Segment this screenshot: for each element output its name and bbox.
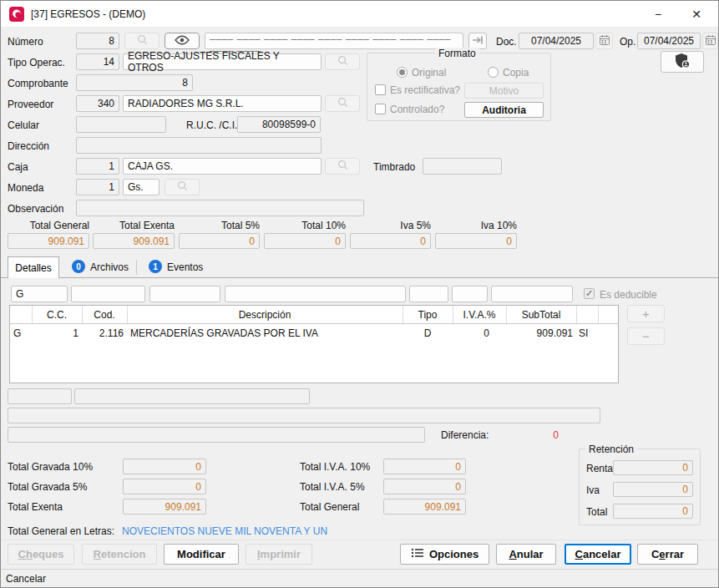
filter-cc-field[interactable]	[71, 286, 145, 302]
caja-code-field[interactable]: 1	[76, 158, 119, 175]
tipo-operac-label: Tipo Operac.	[8, 57, 65, 68]
tipo-operac-search-button[interactable]	[325, 53, 360, 70]
filter-descripcion-field[interactable]	[225, 286, 406, 302]
timbrado-label: Timbrado	[373, 161, 415, 173]
grid-header-tipo[interactable]: Tipo	[403, 309, 453, 321]
formato-title: Formato	[435, 48, 479, 59]
total-gravada5-label: Total Gravada 5%	[8, 481, 87, 493]
filter-subtotal-field[interactable]	[491, 286, 573, 302]
comprobante-label: Comprobante	[8, 78, 68, 89]
doc-date-label: Doc.	[496, 36, 517, 48]
proveedor-search-button[interactable]	[325, 95, 360, 112]
controlado-checkbox[interactable]	[375, 104, 386, 114]
total-5-strip-value: 0	[179, 233, 260, 249]
title-bar: [37] EGRESOS - (DEMO) − ✕	[1, 1, 718, 28]
detail-code-field[interactable]	[8, 388, 72, 404]
preview-button[interactable]	[165, 33, 200, 49]
proveedor-code-field[interactable]: 340	[76, 95, 119, 112]
moneda-name-field[interactable]: Gs.	[123, 179, 159, 195]
moneda-label: Moneda	[8, 182, 43, 194]
total-10-strip-value: 0	[264, 233, 346, 249]
total-iva10-label: Total I.V.A. 10%	[300, 461, 370, 473]
op-calendar-button[interactable]	[702, 33, 718, 49]
direccion-field[interactable]	[76, 137, 322, 154]
tab-detalles[interactable]: Detalles	[8, 256, 59, 278]
proveedor-name-field[interactable]: RADIADORES MG S.R.L.	[123, 95, 322, 112]
close-button[interactable]: ✕	[680, 1, 713, 27]
total-iva5-value: 0	[383, 479, 466, 494]
filter-cod-field[interactable]	[149, 286, 220, 302]
es-deducible-label: Es deducible	[600, 289, 657, 301]
formato-original-radio[interactable]	[397, 67, 408, 78]
security-user-button[interactable]	[661, 51, 704, 73]
ruc-field[interactable]: 80098599-0	[237, 116, 321, 133]
anular-button[interactable]: Anular	[496, 544, 556, 565]
retencion-iva-value: 0	[613, 482, 693, 497]
auditoria-button[interactable]: Auditoria	[464, 102, 544, 118]
cheques-button[interactable]: Cheques	[8, 544, 74, 565]
es-deducible-checkbox[interactable]: ✓	[584, 288, 595, 299]
shield-user-icon	[673, 53, 691, 72]
op-date-field[interactable]: 07/04/2025	[637, 33, 701, 49]
opciones-button[interactable]: Opciones	[400, 544, 489, 565]
total-general-label: Total General	[300, 501, 359, 513]
comprobante-mask-field[interactable]: ____ ____ ____ ____ ____ ____ ____ ____ …	[205, 33, 463, 49]
numero-search-button[interactable]	[124, 33, 159, 49]
es-rectificativa-label: Es rectificativa?	[390, 84, 460, 96]
grid-header-descripcion[interactable]: Descripción	[127, 309, 403, 321]
imprimir-button[interactable]: Imprimir	[246, 544, 312, 565]
tab-archivos[interactable]: 0 Archivos	[72, 258, 144, 276]
es-rectificativa-checkbox[interactable]	[375, 84, 386, 95]
motivo-button[interactable]: Motivo	[464, 83, 544, 99]
timbrado-field[interactable]	[423, 158, 502, 175]
cancelar-button[interactable]: Cancelar	[565, 544, 631, 565]
grid-header-subtotal[interactable]: SubTotal	[506, 309, 576, 321]
mask-enter-button[interactable]	[468, 33, 487, 49]
row-marker-cell: G	[13, 327, 21, 339]
ruc-label: R.U.C. /C.I.	[186, 119, 237, 131]
add-row-button[interactable]: +	[627, 305, 665, 322]
retencion-total-label: Total	[586, 506, 607, 518]
caja-search-button[interactable]	[325, 158, 360, 175]
modificar-button[interactable]: Modificar	[164, 544, 239, 565]
filter-tipo-field[interactable]	[409, 286, 448, 302]
observacion-field[interactable]	[76, 200, 364, 216]
formato-copia-radio[interactable]	[488, 67, 499, 78]
grid-header-cc[interactable]: C.C.	[32, 309, 82, 321]
detail-note-field[interactable]	[8, 427, 425, 443]
doc-calendar-button[interactable]	[595, 33, 613, 49]
grid-header-cod[interactable]: Cod.	[82, 309, 127, 321]
doc-date-field[interactable]: 07/04/2025	[519, 33, 594, 49]
tab-eventos-label: Eventos	[167, 261, 203, 273]
retencion-button[interactable]: Retencion	[82, 544, 157, 565]
filter-iva-field[interactable]	[452, 286, 488, 302]
row-cc-cell: 1	[32, 327, 78, 339]
detail-name-field[interactable]	[74, 388, 310, 404]
celular-field[interactable]	[76, 116, 166, 133]
numero-label: Número	[8, 36, 43, 48]
archivos-badge: 0	[72, 260, 85, 273]
celular-label: Celular	[8, 119, 39, 131]
total-exenta-value: 909.091	[123, 499, 206, 514]
calendar-icon	[705, 34, 716, 48]
numero-field[interactable]: 8	[76, 33, 119, 49]
total-exenta-strip-label: Total Exenta	[93, 220, 175, 231]
grid-header-iva[interactable]: I.V.A.%	[453, 309, 506, 321]
caja-name-field[interactable]: CAJA GS.	[123, 158, 322, 175]
table-row[interactable]: G 1 2.116 MERCADERÍAS GRAVADAS POR EL IV…	[10, 324, 618, 341]
moneda-search-button[interactable]	[165, 179, 200, 195]
iva-5-strip-value: 0	[350, 233, 431, 249]
comprobante-field[interactable]: 8	[76, 74, 193, 91]
minimize-button[interactable]: −	[641, 1, 675, 27]
detail-concept-field[interactable]	[8, 408, 600, 423]
search-icon	[136, 33, 149, 48]
tab-eventos[interactable]: 1 Eventos	[149, 258, 217, 276]
filter-group-field[interactable]: G	[11, 286, 68, 302]
remove-row-button[interactable]: −	[627, 327, 665, 345]
row-tipo-cell: D	[403, 327, 453, 339]
tipo-operac-code-field[interactable]: 14	[76, 53, 119, 70]
tipo-operac-name-field[interactable]: EGRESO-AJUSTES FISCALES Y OTROS	[123, 53, 322, 70]
moneda-code-field[interactable]: 1	[76, 179, 119, 195]
status-text: Cancelar	[6, 573, 46, 585]
cerrar-button[interactable]: Cerrar	[637, 544, 698, 565]
